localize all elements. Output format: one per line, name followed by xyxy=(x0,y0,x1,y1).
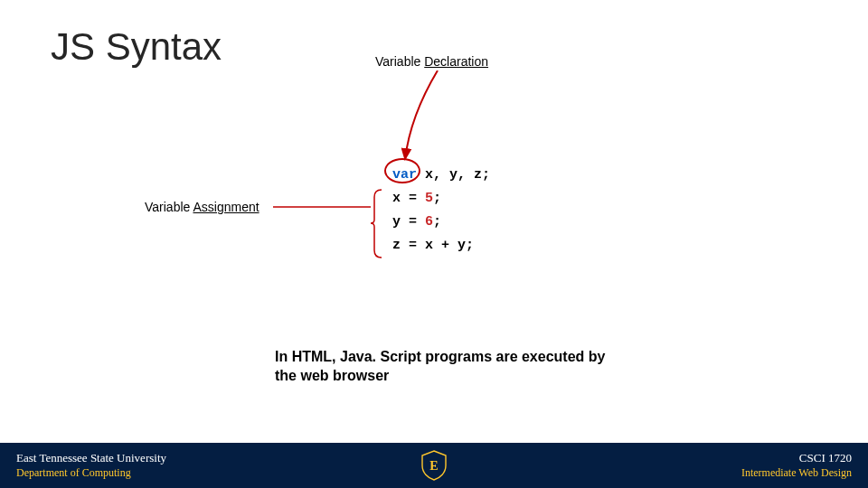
code-text: ; xyxy=(433,214,441,230)
footer-left: East Tennessee State University Departme… xyxy=(16,451,166,479)
department-name: Department of Computing xyxy=(16,466,166,480)
code-text: y = xyxy=(392,214,425,230)
label-variable-assignment: Variable Assignment xyxy=(145,200,259,214)
course-code: CSCI 1720 xyxy=(741,451,852,465)
slide-title: JS Syntax xyxy=(51,25,222,69)
number-literal: 6 xyxy=(425,214,433,230)
code-text: x = xyxy=(392,191,425,206)
label-underline: Assignment xyxy=(193,200,259,214)
number-literal: 5 xyxy=(425,191,433,206)
code-line-assign-z: z = x + y; xyxy=(392,234,490,258)
code-line-assign-y: y = 6; xyxy=(392,211,490,234)
label-text: Variable xyxy=(375,54,424,69)
code-line-declaration: var x, y, z; xyxy=(392,164,490,187)
code-line-assign-x: x = 5; xyxy=(392,187,490,211)
code-text: x, y, z; xyxy=(417,167,490,183)
footer-right: CSCI 1720 Intermediate Web Design xyxy=(741,451,852,479)
keyword-var: var xyxy=(392,167,417,183)
course-name: Intermediate Web Design xyxy=(741,466,852,480)
slide-description: In HTML, Java. Script programs are execu… xyxy=(275,348,618,386)
svg-text:E: E xyxy=(429,459,438,473)
university-name: East Tennessee State University xyxy=(16,451,166,465)
code-block: var x, y, z; x = 5; y = 6; z = x + y; xyxy=(392,164,490,258)
label-underline: Declaration xyxy=(424,54,488,69)
code-text: ; xyxy=(433,191,441,206)
label-text: Variable xyxy=(145,200,193,214)
university-logo-icon: E xyxy=(420,450,448,481)
code-text: z = x + y; xyxy=(392,238,474,253)
footer-bar: East Tennessee State University Departme… xyxy=(0,443,868,488)
bracket-assignment xyxy=(273,185,392,262)
arrow-declaration xyxy=(401,70,456,179)
label-variable-declaration: Variable Declaration xyxy=(375,54,488,69)
